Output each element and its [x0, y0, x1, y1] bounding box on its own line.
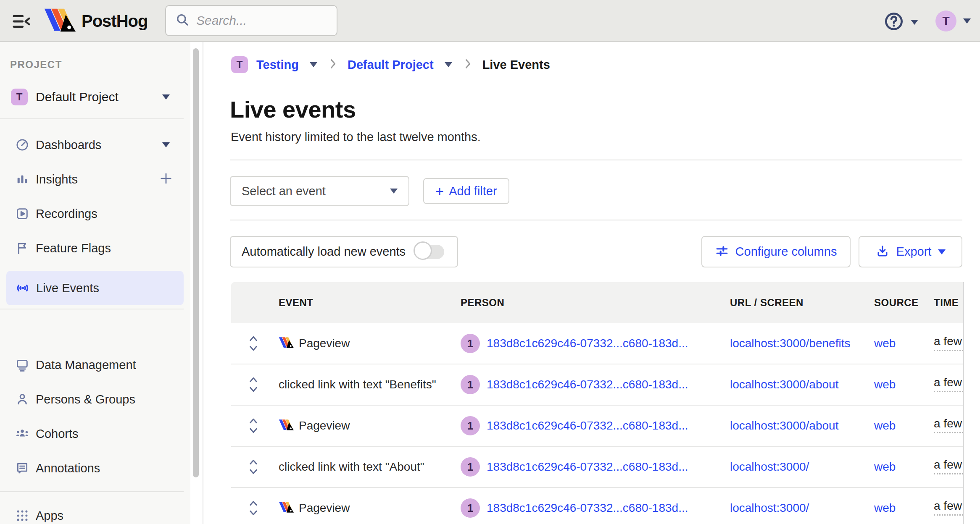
project-avatar: T: [11, 89, 28, 105]
sidebar-item-persons-groups[interactable]: Persons & Groups: [0, 382, 184, 417]
sidebar-item-feature-flags[interactable]: Feature Flags: [0, 231, 184, 265]
event-time: a few: [934, 417, 964, 433]
collapse-menu-icon: [12, 24, 31, 31]
event-time: a few: [934, 458, 964, 474]
source-link[interactable]: web: [874, 337, 896, 350]
person-count-badge[interactable]: 1: [461, 457, 480, 477]
posthog-app: PostHog Search... T PROJECT T Default Pr…: [0, 0, 980, 524]
person-link[interactable]: 183d8c1c629c46-07332...c680-183d...: [487, 419, 688, 432]
posthog-logo-icon: [44, 8, 76, 34]
row-expander[interactable]: [231, 416, 275, 436]
chevron-down-icon: [162, 94, 170, 100]
person-count-badge[interactable]: 1: [461, 334, 480, 353]
posthog-event-icon: [279, 419, 294, 432]
column-header-person: PERSON: [456, 297, 729, 309]
person-count-badge[interactable]: 1: [461, 416, 480, 435]
url-link[interactable]: localhost:3000/: [730, 501, 809, 514]
breadcrumb: T Testing Default Project Live Events: [231, 56, 550, 73]
sidebar-scrollbar[interactable]: [193, 48, 199, 477]
annotation-icon: [15, 461, 29, 475]
person-link[interactable]: 183d8c1c629c46-07332...c680-183d...: [487, 501, 688, 515]
new-insight-plus-icon[interactable]: [160, 172, 172, 186]
person-link[interactable]: 183d8c1c629c46-07332...c680-183d...: [487, 460, 688, 474]
url-link[interactable]: localhost:3000/: [730, 460, 809, 473]
posthog-event-icon: [279, 337, 294, 350]
table-header-row: EVENT PERSON URL / SCREEN SOURCE TIME: [231, 282, 964, 323]
chevron-down-icon[interactable]: [445, 62, 452, 67]
event-name: Pageview: [299, 501, 350, 515]
divider: [230, 220, 962, 220]
row-expander[interactable]: [231, 498, 275, 518]
row-expander[interactable]: [231, 333, 275, 354]
sidebar-item-live-events[interactable]: Live Events: [6, 271, 184, 305]
breadcrumb-item-default-project[interactable]: Default Project: [348, 58, 434, 72]
sidebar-item-recordings[interactable]: Recordings: [0, 196, 184, 231]
person-link[interactable]: 183d8c1c629c46-07332...c680-183d...: [487, 378, 688, 391]
source-link[interactable]: web: [874, 378, 896, 391]
chevron-down-icon: [162, 142, 170, 147]
configure-columns-button[interactable]: Configure columns: [701, 236, 851, 267]
row-expander[interactable]: [231, 457, 275, 477]
autoload-toggle[interactable]: [416, 245, 444, 259]
sidebar-item-data-management[interactable]: Data Management: [0, 348, 184, 382]
table-row: clicked link with text "Benefits" 1 183d…: [231, 364, 964, 405]
sidebar-item-insights[interactable]: Insights: [0, 162, 184, 196]
divider: [230, 160, 962, 160]
search-placeholder: Search...: [196, 13, 247, 28]
flag-icon: [15, 241, 29, 255]
url-link[interactable]: localhost:3000/benefits: [730, 337, 850, 350]
autoload-toggle-control[interactable]: Automatically load new events: [230, 236, 458, 267]
breadcrumb-item-live-events: Live Events: [482, 58, 550, 72]
chevron-down-icon: [963, 18, 971, 24]
search-input[interactable]: Search...: [165, 5, 337, 36]
sidebar-item-cohorts[interactable]: Cohorts: [0, 417, 184, 451]
event-select[interactable]: Select an event: [230, 176, 409, 206]
chevron-down-icon: [938, 249, 946, 254]
person-icon: [15, 392, 29, 406]
sidebar-item-dashboards[interactable]: Dashboards: [0, 128, 184, 162]
url-link[interactable]: localhost:3000/about: [730, 419, 838, 432]
event-time: a few: [934, 499, 964, 516]
project-switcher[interactable]: T Default Project: [0, 80, 184, 114]
breadcrumb-separator-icon: [329, 58, 337, 71]
play-box-icon: [15, 207, 29, 221]
live-pulse-icon: [16, 281, 30, 295]
column-header-source: SOURCE: [873, 297, 933, 309]
source-link[interactable]: web: [874, 419, 896, 432]
person-count-badge[interactable]: 1: [461, 375, 480, 394]
toggle-knob: [414, 241, 432, 260]
row-expander[interactable]: [231, 375, 275, 395]
chevron-down-icon[interactable]: [310, 62, 317, 67]
column-settings-icon: [715, 244, 729, 259]
sidebar-item-apps[interactable]: Apps: [0, 498, 184, 524]
person-count-badge[interactable]: 1: [461, 498, 480, 518]
people-icon: [15, 427, 29, 441]
sidebar-collapse-button[interactable]: [12, 13, 31, 32]
bar-chart-icon: [15, 172, 29, 186]
event-time: a few: [934, 335, 964, 351]
sidebar-item-annotations[interactable]: Annotations: [0, 451, 184, 485]
user-menu-button[interactable]: T: [935, 10, 971, 31]
live-events-table: EVENT PERSON URL / SCREEN SOURCE TIME Pa…: [231, 282, 964, 524]
table-row: clicked link with text "About" 1 183d8c1…: [231, 446, 964, 487]
add-filter-button[interactable]: + Add filter: [423, 178, 509, 204]
breadcrumb-project-avatar: T: [231, 56, 248, 73]
event-name: Pageview: [299, 419, 350, 432]
person-link[interactable]: 183d8c1c629c46-07332...c680-183d...: [487, 337, 688, 350]
url-link[interactable]: localhost:3000/about: [730, 378, 838, 391]
divider: [0, 118, 184, 119]
help-menu-button[interactable]: [884, 11, 918, 33]
source-link[interactable]: web: [874, 501, 896, 514]
source-link[interactable]: web: [874, 460, 896, 473]
breadcrumb-item-testing[interactable]: Testing: [256, 58, 299, 72]
column-header-url-screen: URL / SCREEN: [729, 297, 873, 309]
event-time: a few: [934, 376, 964, 392]
sidebar-divider: [203, 42, 203, 524]
posthog-logo[interactable]: PostHog: [44, 8, 148, 34]
table-row: Pageview 1 183d8c1c629c46-07332...c680-1…: [231, 323, 964, 364]
divider: [0, 309, 184, 309]
table-row: Pageview 1 183d8c1c629c46-07332...c680-1…: [231, 405, 964, 446]
export-button[interactable]: Export: [859, 236, 962, 267]
breadcrumb-separator-icon: [464, 58, 472, 71]
project-section-label: PROJECT: [10, 59, 62, 71]
